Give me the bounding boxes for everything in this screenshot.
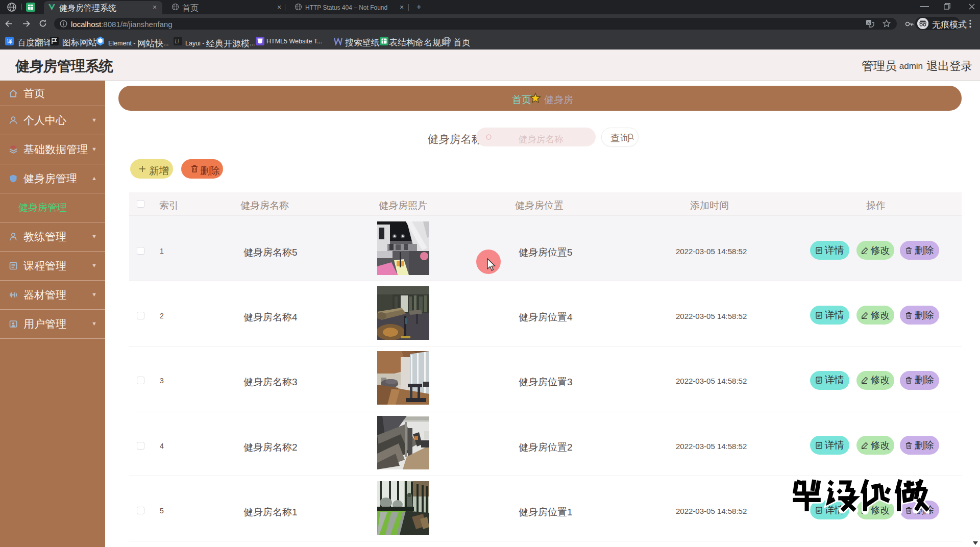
svg-text:Li: Li: [175, 39, 180, 44]
svg-text:A: A: [867, 21, 870, 26]
